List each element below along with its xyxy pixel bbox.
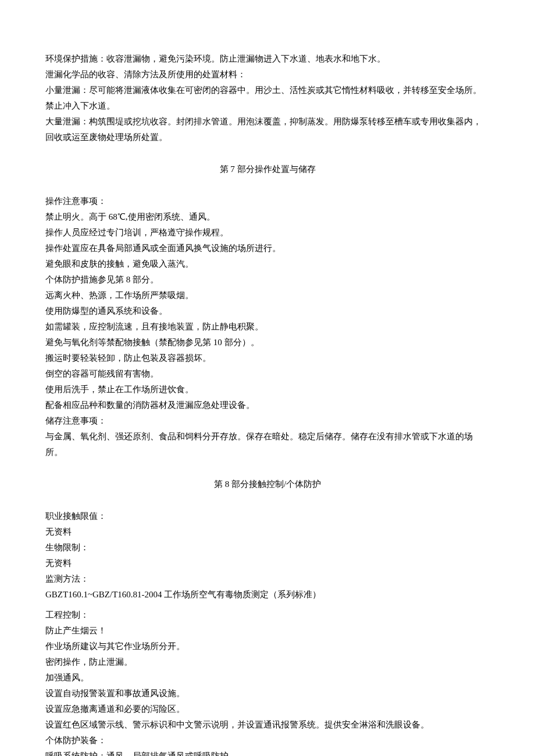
explosion-proof: 使用防爆型的通风系统和设备。 bbox=[45, 303, 490, 319]
respiratory-protection: 呼吸系统防护：通风，局部排气通风或呼吸防护。 bbox=[45, 748, 490, 756]
operator-training: 操作人员应经过专门培训，严格遵守操作规程。 bbox=[45, 225, 490, 241]
section7-title: 第 7 部分操作处置与储存 bbox=[45, 162, 490, 177]
avoid-oxidizers: 避免与氧化剂等禁配物接触（禁配物参见第 10 部分）。 bbox=[45, 335, 490, 350]
no-smoke-cloud: 防止产生烟云！ bbox=[45, 623, 490, 639]
monitoring-label: 监测方法： bbox=[45, 571, 490, 587]
no-smoking: 远离火种、热源，工作场所严禁吸烟。 bbox=[45, 288, 490, 303]
workplace-separate: 作业场所建议与其它作业场所分开。 bbox=[45, 639, 490, 654]
ppe-reference: 个体防护措施参见第 8 部分。 bbox=[45, 272, 490, 288]
exposure-limit-value: 无资料 bbox=[45, 524, 490, 540]
emergency-exit: 设置应急撤离通道和必要的泻险区。 bbox=[45, 701, 490, 717]
monitoring-value: GBZT160.1~GBZ/T160.81-2004 工作场所空气有毒物质测定（… bbox=[45, 587, 490, 603]
env-protection: 环境保护措施：收容泄漏物，避免污染环境。防止泄漏物进入下水道、地表水和地下水。 bbox=[45, 51, 490, 67]
no-open-flame: 禁止明火。高于 68℃,使用密闭系统、通风。 bbox=[45, 209, 490, 225]
auto-alarm: 设置自动报警装置和事故通风设施。 bbox=[45, 686, 490, 701]
bio-limit-label: 生物限制： bbox=[45, 540, 490, 556]
spacer bbox=[45, 603, 490, 607]
handling-care: 搬运时要轻装轻卸，防止包装及容器损坏。 bbox=[45, 350, 490, 366]
section6-content: 环境保护措施：收容泄漏物，避免污染环境。防止泄漏物进入下水道、地表水和地下水。 … bbox=[45, 51, 490, 145]
storage-separation: 与金属、氧化剂、强还原剂、食品和饲料分开存放。保存在暗处。稳定后储存。储存在没有… bbox=[45, 429, 490, 460]
small-spill: 小量泄漏：尽可能将泄漏液体收集在可密闭的容器中。用沙土、活性炭或其它惰性材料吸收… bbox=[45, 83, 490, 114]
storage-notes-label: 储存注意事项： bbox=[45, 413, 490, 429]
engineering-control-label: 工程控制： bbox=[45, 607, 490, 623]
bio-limit-value: 无资料 bbox=[45, 556, 490, 571]
operation-notes-label: 操作注意事项： bbox=[45, 194, 490, 209]
exposure-limit-label: 职业接触限值： bbox=[45, 508, 490, 524]
filling-control: 如需罐装，应控制流速，且有接地装置，防止静电积聚。 bbox=[45, 319, 490, 335]
ventilation-requirement: 操作处置应在具备局部通风或全面通风换气设施的场所进行。 bbox=[45, 241, 490, 256]
closed-operation: 密闭操作，防止泄漏。 bbox=[45, 654, 490, 670]
fire-equipment: 配备相应品种和数量的消防器材及泄漏应急处理设备。 bbox=[45, 397, 490, 413]
large-spill: 大量泄漏：构筑围堤或挖坑收容。封闭排水管道。用泡沫覆盖，抑制蒸发。用防爆泵转移至… bbox=[45, 114, 490, 145]
section8-title: 第 8 部分接触控制/个体防护 bbox=[45, 476, 490, 492]
section7-content: 操作注意事项： 禁止明火。高于 68℃,使用密闭系统、通风。 操作人员应经过专门… bbox=[45, 194, 490, 460]
section8-content: 职业接触限值： 无资料 生物限制： 无资料 监测方法： GBZT160.1~GB… bbox=[45, 508, 490, 756]
wash-hands: 使用后洗手，禁止在工作场所进饮食。 bbox=[45, 382, 490, 397]
avoid-contact: 避免眼和皮肤的接触，避免吸入蒸汽。 bbox=[45, 256, 490, 272]
spill-methods-label: 泄漏化学品的收容、清除方法及所使用的处置材料： bbox=[45, 67, 490, 83]
enhance-ventilation: 加强通风。 bbox=[45, 670, 490, 686]
warning-lines: 设置红色区域警示线、警示标识和中文警示说明，并设置通讯报警系统。提供安全淋浴和洗… bbox=[45, 717, 490, 733]
empty-containers: 倒空的容器可能残留有害物。 bbox=[45, 366, 490, 382]
ppe-label: 个体防护装备： bbox=[45, 733, 490, 748]
